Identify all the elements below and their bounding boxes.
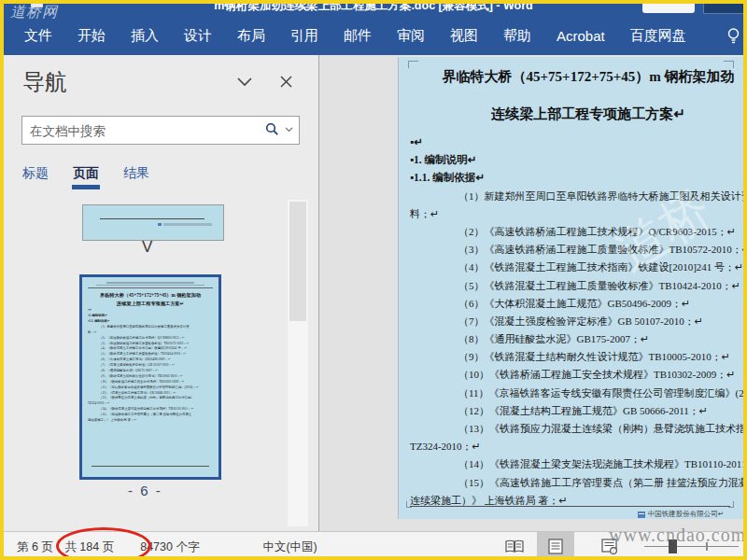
thumbnail-footer-text (163, 223, 212, 226)
document-line: ▪1.1. 编制依据↵ (399, 169, 743, 187)
document-line: （1）新建郑州至周口至阜阳铁路界临特大桥施工图及相关设计资 (399, 188, 743, 205)
search-options-chevron-icon[interactable] (285, 127, 293, 133)
ribbon-tab[interactable]: 开始 (78, 27, 106, 45)
footer-rule (410, 506, 730, 507)
print-layout-icon (548, 539, 563, 554)
web-layout-button[interactable] (591, 532, 628, 560)
document-line: （9）《铁路混凝土结构耐久性设计规范》TB10005-2010；↵ (399, 348, 743, 366)
zoom-slider-center-tick (706, 542, 708, 551)
document-line: ▪↵ (399, 133, 743, 151)
document-line: （2）《高速铁路桥涵工程施工技术规程》Q/CR9603-2015；↵ (399, 223, 743, 241)
document-line: （3）《高速铁路桥涵工程施工质量验收标准》TB10572-2010；↵ (399, 241, 743, 259)
ribbon-tab[interactable]: 视图 (450, 27, 478, 45)
document-search-box[interactable] (21, 116, 300, 145)
window-title: m钢桁架加劲连续梁上部工程施工方案.doc [兼容模式] - Word (4, 4, 743, 14)
footer-logo-icon (638, 511, 645, 518)
ribbon-tab[interactable]: 插入 (131, 27, 159, 45)
status-bar: 第 6 页，共 184 页 84730 个字 中文(中国) (4, 531, 743, 560)
document-line: （10）《铁路桥涵工程施工安全技术规程》TB10302-2009；↵ (399, 366, 743, 384)
ribbon-tab[interactable]: 文件 (24, 27, 52, 45)
share-button[interactable] (642, 4, 695, 13)
document-line: （12）《混凝土结构工程施工规范》GB 50666-2011；↵ (399, 402, 743, 420)
navigation-tab[interactable]: 结果 (123, 165, 149, 189)
lightbulb-icon (726, 27, 740, 46)
tell-me-group[interactable]: 告 (726, 27, 747, 46)
document-page[interactable]: 道桥 界临特大桥（45+75+172+75+45）m 钢桁架加劲 连续梁上部工程… (398, 57, 743, 519)
document-line: （13）《铁路预应力混凝土连续梁（刚构）悬臂浇筑施工技术指南》 (399, 420, 743, 438)
close-icon[interactable] (280, 76, 292, 88)
thumbnail-page-header (88, 282, 213, 288)
zoom-slider-track[interactable] (644, 546, 739, 547)
thumbnail-footer-rule (92, 466, 209, 467)
ribbon-tab[interactable]: 审阅 (397, 27, 425, 45)
account-box[interactable] (703, 4, 743, 14)
word-window: m钢桁架加劲连续梁上部工程施工方案.doc [兼容模式] - Word 道桥网 … (0, 0, 747, 560)
thumbnail-scrollbar[interactable] (288, 200, 308, 526)
document-title-line1: 界临特大桥（45+75+172+75+45）m 钢桁架加劲 (399, 60, 743, 94)
document-line: （6）《大体积混凝土施工规范》GB50496-2009；↵ (399, 295, 743, 313)
document-line: 料；↵ (399, 205, 743, 223)
ribbon-tab[interactable]: 帮助 (503, 27, 531, 45)
read-mode-icon (505, 539, 524, 553)
search-input[interactable] (28, 119, 247, 142)
page-6-number-label: - 6 - (128, 483, 162, 498)
ribbon-tab[interactable]: 邮件 (344, 27, 372, 45)
ribbon-tab-row: 文件开始插入设计布局引用邮件审阅视图帮助Acrobat百度网盘 告 (4, 17, 743, 55)
thumbnail-doc-lines: ▪↵▪1. 编制说明↵▪1.1. 编制依据↵（1）新建郑州至周口至阜阳铁路界临特… (88, 308, 213, 424)
navigation-pane-title: 导航 (22, 67, 67, 97)
chevron-down-icon[interactable] (237, 77, 252, 87)
web-layout-icon (601, 539, 618, 554)
ribbon-tab[interactable]: 引用 (290, 27, 318, 45)
page-5-number-label: V (142, 238, 152, 257)
document-line: （11）《京福铁路客运专线安徽有限责任公司管理制度汇编》(2016)；↵ (399, 385, 743, 402)
margin-mark-top-right (724, 61, 734, 68)
thumbnail-doc-title: 界临特大桥（45+75+172+75+45）m 钢桁架加劲 (88, 291, 213, 300)
thumbnail-rule (100, 218, 204, 219)
ribbon-tab[interactable]: Acrobat (557, 28, 605, 44)
corner-watermark: 道桥网 (10, 3, 58, 22)
scrollbar-thumb[interactable] (289, 202, 306, 321)
document-line: （5）《铁路混凝土工程施工质量验收标准》TB10424-2010；↵ (399, 277, 743, 295)
margin-mark-top-left (408, 61, 418, 68)
document-line: TZ324-2010；↵ (399, 438, 743, 455)
document-line: （8）《通用硅酸盐水泥》GB175-2007；↵ (399, 330, 743, 348)
document-line: （4）《铁路混凝土工程施工技术指南》铁建设[2010]241 号；↵ (399, 259, 743, 276)
ribbon-tab[interactable]: 布局 (237, 27, 265, 45)
language-status[interactable]: 中文(中国) (262, 539, 317, 555)
footer-company: 中国铁建股份有限公司↵ (638, 510, 724, 519)
page-thumbnail-5[interactable] (82, 204, 224, 241)
navigation-tab[interactable]: 页面 (73, 165, 99, 189)
document-line: （15）《高速铁路施工工序管理要点（第二册 挂篮法预应力混凝土 (399, 474, 743, 492)
search-icon[interactable] (265, 122, 279, 136)
document-body: ▪↵▪1. 编制说明↵▪1.1. 编制依据↵（1）新建郑州至周口至阜阳铁路界临特… (399, 133, 743, 510)
document-line: （14）《铁路混凝土梁支架法现浇施工技术规程》TB10110-2011；↵ (399, 455, 743, 473)
ribbon-tab[interactable]: 设计 (184, 27, 212, 45)
read-mode-button[interactable] (496, 532, 533, 560)
zoom-slider-handle[interactable] (669, 539, 677, 553)
document-title-line2: 连续梁上部工程专项施工方案↵ (399, 97, 743, 132)
document-line: （7）《混凝土强度检验评定标准》GB 50107-2010；↵ (399, 313, 743, 330)
navigation-tab[interactable]: 标题 (22, 165, 49, 189)
page-count-status[interactable]: 第 6 页，共 184 页 (17, 539, 114, 555)
ribbon-tab[interactable]: 百度网盘 (630, 27, 686, 45)
title-bar: m钢桁架加劲连续梁上部工程施工方案.doc [兼容模式] - Word (4, 4, 743, 17)
word-count-status[interactable]: 84730 个字 (140, 539, 199, 555)
navigation-pane: 导航 标题页面结果 (4, 55, 319, 531)
navigation-tabs: 标题页面结果 (22, 165, 149, 189)
print-layout-button[interactable] (537, 532, 574, 560)
document-line: 连续梁施工）》 上海铁路局 著；↵ (399, 492, 743, 510)
document-area: 道桥 界临特大桥（45+75+172+75+45）m 钢桁架加劲 连续梁上部工程… (319, 55, 743, 531)
page-thumbnail-6-selected[interactable]: 界临特大桥（45+75+172+75+45）m 钢桁架加劲 连续梁上部工程专项施… (79, 274, 221, 480)
ribbon: 文件开始插入设计布局引用邮件审阅视图帮助Acrobat百度网盘 告 (4, 17, 743, 55)
document-line: ▪1. 编制说明↵ (399, 151, 743, 169)
